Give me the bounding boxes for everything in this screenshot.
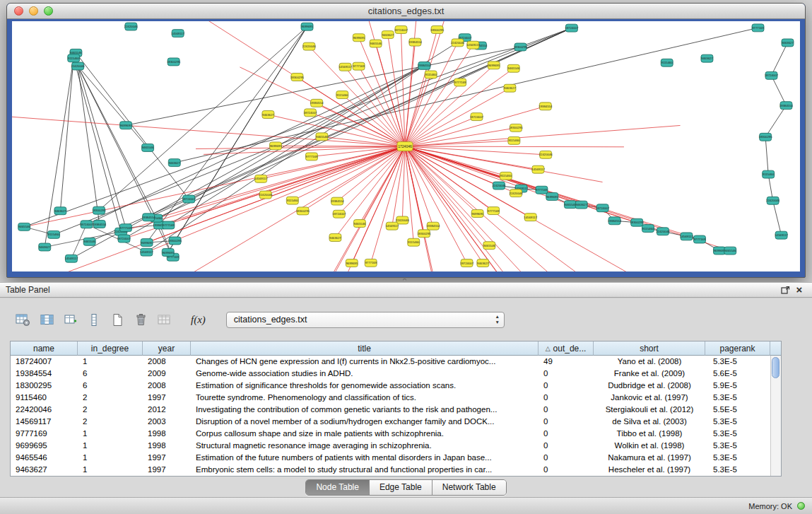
combo-arrows-icon: ▲▼ bbox=[495, 314, 499, 325]
scrollbar-thumb[interactable] bbox=[772, 357, 779, 378]
table-row[interactable]: 911546021997Tourette syndrome. Phenomeno… bbox=[11, 392, 781, 404]
svg-text:14569117: 14569117 bbox=[680, 235, 693, 238]
svg-text:9777169: 9777169 bbox=[306, 155, 318, 158]
cell-out_de: 0 bbox=[539, 464, 594, 476]
cell-in_degree: 2 bbox=[78, 392, 143, 404]
cell-year: 2009 bbox=[143, 368, 191, 380]
sort-ascending-icon: △ bbox=[546, 345, 551, 352]
svg-text:19384554: 19384554 bbox=[608, 219, 622, 223]
svg-text:9465546: 9465546 bbox=[483, 244, 495, 247]
svg-text:22420046: 22420046 bbox=[396, 218, 410, 222]
row-height-icon[interactable] bbox=[87, 311, 101, 328]
svg-text:9777169: 9777169 bbox=[752, 26, 764, 30]
svg-text:9465546: 9465546 bbox=[18, 225, 30, 228]
panel-splitter-handle[interactable] bbox=[403, 279, 406, 281]
svg-text:22420046: 22420046 bbox=[510, 192, 524, 195]
close-window-icon[interactable] bbox=[14, 6, 23, 16]
svg-text:9463627: 9463627 bbox=[477, 262, 489, 265]
svg-text:9699695: 9699695 bbox=[471, 212, 483, 216]
svg-text:9115460: 9115460 bbox=[287, 199, 299, 202]
cell-name: 22420046 bbox=[11, 404, 78, 416]
float-panel-icon[interactable] bbox=[778, 284, 792, 296]
cell-in_degree: 6 bbox=[78, 380, 143, 392]
create-column-icon[interactable] bbox=[64, 311, 78, 328]
cell-short: Franke et al. (2009) bbox=[594, 368, 705, 380]
svg-text:9463627: 9463627 bbox=[39, 245, 51, 249]
table-row[interactable]: 946554611997Estimation of the future num… bbox=[11, 452, 781, 464]
cell-in_degree: 1 bbox=[78, 464, 143, 476]
zoom-window-icon[interactable] bbox=[44, 6, 53, 16]
window-titlebar[interactable]: citations_edges.txt bbox=[7, 4, 805, 19]
table-row[interactable]: 1872400712008Changes of HCN gene express… bbox=[11, 356, 781, 368]
svg-text:9465546: 9465546 bbox=[142, 146, 154, 150]
column-header-in_degree[interactable]: in_degree bbox=[78, 341, 143, 356]
column-header-year[interactable]: year bbox=[143, 341, 191, 356]
svg-text:9465546: 9465546 bbox=[370, 42, 382, 45]
network-canvas[interactable]: 1872400719384554183002959115460224200461… bbox=[12, 21, 800, 271]
cell-out_de: 0 bbox=[539, 392, 594, 404]
node-table: namein_degreeyeartitle△out_de...shortpag… bbox=[10, 341, 782, 477]
show-columns-icon[interactable] bbox=[40, 311, 54, 328]
tab-node-table[interactable]: Node Table bbox=[306, 480, 369, 495]
svg-text:9115460: 9115460 bbox=[48, 233, 60, 236]
svg-text:9465546: 9465546 bbox=[724, 249, 736, 252]
svg-text:22420046: 22420046 bbox=[451, 41, 465, 45]
cell-short: Nakamura et al. (1997) bbox=[594, 452, 705, 464]
column-header-title[interactable]: title bbox=[191, 341, 539, 356]
cell-in_degree: 1 bbox=[78, 440, 143, 452]
table-row[interactable]: 1456911722003Disruption of a novel membe… bbox=[11, 416, 781, 428]
table-scrollbar[interactable] bbox=[770, 356, 781, 476]
function-builder-icon[interactable]: f(x) bbox=[191, 311, 206, 328]
column-header-pagerank[interactable]: pagerank bbox=[705, 341, 770, 356]
cell-out_de: 0 bbox=[539, 440, 594, 452]
table-row[interactable]: 977716911998Corpus callosum shape and si… bbox=[11, 428, 781, 440]
svg-text:9115460: 9115460 bbox=[425, 73, 437, 76]
table-row[interactable]: 969969511998Structural magnetic resonanc… bbox=[11, 440, 781, 452]
svg-text:9463627: 9463627 bbox=[575, 203, 587, 206]
svg-text:9465546: 9465546 bbox=[83, 240, 95, 243]
cell-pagerank: 5.9E-5 bbox=[705, 380, 770, 392]
svg-text:9699695: 9699695 bbox=[301, 25, 313, 28]
cell-in_degree: 1 bbox=[78, 452, 143, 464]
svg-text:19384554: 19384554 bbox=[142, 216, 156, 219]
column-header-short[interactable]: short bbox=[594, 341, 705, 356]
svg-text:18724007: 18724007 bbox=[460, 262, 474, 265]
column-header-name[interactable]: name bbox=[11, 341, 78, 356]
cell-year: 1998 bbox=[143, 428, 191, 440]
svg-text:9115460: 9115460 bbox=[642, 227, 654, 230]
svg-text:19384554: 19384554 bbox=[331, 199, 345, 203]
cell-name: 9115460 bbox=[11, 392, 78, 404]
svg-text:9115460: 9115460 bbox=[763, 173, 775, 176]
table-selector-dropdown[interactable]: citations_edges.txt ▲▼ bbox=[226, 312, 505, 328]
cell-name: 18300295 bbox=[11, 380, 78, 392]
new-file-icon[interactable] bbox=[110, 311, 124, 328]
svg-text:14569117: 14569117 bbox=[524, 216, 537, 219]
delete-icon[interactable] bbox=[134, 311, 148, 328]
cell-out_de: 0 bbox=[539, 452, 594, 464]
cell-out_de: 0 bbox=[539, 428, 594, 440]
panel-title: Table Panel bbox=[6, 285, 50, 295]
svg-text:9777169: 9777169 bbox=[454, 81, 466, 84]
svg-text:14569117: 14569117 bbox=[385, 224, 399, 228]
column-header-out_de[interactable]: △out_de... bbox=[539, 341, 594, 356]
table-row[interactable]: 1938455462009Genome-wide association stu… bbox=[11, 368, 781, 380]
svg-text:18724007: 18724007 bbox=[765, 74, 779, 77]
svg-text:19384554: 19384554 bbox=[418, 64, 432, 67]
table-row[interactable]: 946362711997Embryonic stem cells: a mode… bbox=[11, 464, 781, 476]
import-table-icon[interactable] bbox=[157, 311, 172, 328]
tab-network-table[interactable]: Network Table bbox=[432, 480, 506, 495]
cell-out_de: 0 bbox=[539, 380, 594, 392]
svg-text:19384554: 19384554 bbox=[93, 223, 107, 226]
table-options-icon[interactable] bbox=[16, 311, 30, 328]
network-window[interactable]: citations_edges.txt 18724007193845541830… bbox=[6, 3, 806, 278]
table-row[interactable]: 2242004622012Investigating the contribut… bbox=[11, 404, 781, 416]
tab-edge-table[interactable]: Edge Table bbox=[369, 480, 432, 495]
svg-text:9777169: 9777169 bbox=[163, 223, 175, 227]
svg-text:9699695: 9699695 bbox=[162, 251, 174, 255]
table-tabs: Node TableEdge TableNetwork Table bbox=[305, 479, 506, 496]
svg-text:14569117: 14569117 bbox=[339, 65, 352, 69]
minimize-window-icon[interactable] bbox=[29, 6, 38, 16]
svg-text:19384554: 19384554 bbox=[408, 40, 423, 44]
close-panel-icon[interactable]: × bbox=[792, 284, 806, 296]
table-row[interactable]: 1830029562008Estimation of significance … bbox=[11, 380, 781, 392]
